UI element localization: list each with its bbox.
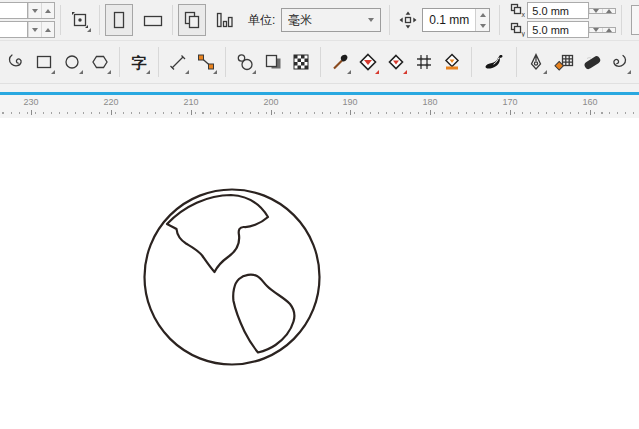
- table-tool[interactable]: [550, 46, 578, 78]
- separator: [99, 5, 100, 35]
- toolbox-bar: 字: [0, 41, 639, 84]
- object-height-field[interactable]: [0, 21, 28, 38]
- separator: [516, 47, 517, 77]
- pepper-tool[interactable]: [477, 46, 511, 78]
- svg-text:x: x: [522, 11, 526, 18]
- mesh-fill-tool[interactable]: [410, 46, 438, 78]
- ruler-label: 190: [342, 97, 357, 107]
- interactive-fill-icon: [386, 52, 406, 72]
- freehand-tool[interactable]: [2, 46, 30, 78]
- nudge-increment-button[interactable]: [476, 9, 489, 20]
- fill-diamond-icon: [358, 52, 378, 72]
- separator: [60, 5, 61, 35]
- separator: [471, 47, 472, 77]
- page-size-all-pages-button[interactable]: [178, 4, 206, 36]
- eraser-icon: [581, 52, 603, 72]
- ruler-label: 160: [582, 97, 597, 107]
- checkerboard-icon: [291, 52, 311, 72]
- width-decrement-button[interactable]: [28, 3, 41, 18]
- portrait-icon: [109, 10, 129, 30]
- line-icon: [168, 52, 188, 72]
- nudge-decrement-button[interactable]: [476, 20, 489, 31]
- dup-x-decrement-button[interactable]: [589, 9, 602, 13]
- rectangle-icon: [34, 52, 54, 72]
- nudge-distance-input[interactable]: 0.1 mm: [422, 8, 490, 32]
- dup-y-increment-button[interactable]: [602, 28, 615, 32]
- pen-tool[interactable]: [522, 46, 550, 78]
- ruler-minor-ticks: [0, 112, 639, 114]
- separator: [119, 47, 120, 77]
- freehand-curve-icon: [6, 52, 26, 72]
- cropped-edge-button[interactable]: [631, 5, 639, 35]
- ellipse-icon: [62, 52, 82, 72]
- eraser-tool[interactable]: [578, 46, 606, 78]
- curve-flyout-tool[interactable]: [606, 46, 634, 78]
- landscape-button[interactable]: [139, 4, 167, 36]
- contour-icon: [235, 52, 255, 72]
- ruler-label: 170: [502, 97, 517, 107]
- ruler-label: 230: [23, 97, 38, 107]
- separator: [320, 47, 321, 77]
- duplicate-x-input[interactable]: 5.0 mm: [527, 2, 589, 19]
- interactive-fill-tool[interactable]: [382, 46, 410, 78]
- ellipse-tool[interactable]: [58, 46, 86, 78]
- page-size-current-page-button[interactable]: [210, 4, 238, 36]
- drawing-canvas[interactable]: [0, 118, 639, 429]
- ruler-label: 210: [183, 97, 198, 107]
- separator: [158, 47, 159, 77]
- height-decrement-button[interactable]: [28, 22, 41, 37]
- all-pages-icon: [182, 10, 202, 30]
- globe-circle[interactable]: [145, 190, 320, 365]
- width-increment-button[interactable]: [41, 3, 54, 18]
- dup-x-increment-button[interactable]: [602, 9, 615, 13]
- ruler-label: 180: [422, 97, 437, 107]
- height-increment-button[interactable]: [41, 22, 54, 37]
- line-tool[interactable]: [164, 46, 192, 78]
- object-width-field[interactable]: [0, 2, 28, 19]
- drop-shadow-tool[interactable]: [259, 46, 287, 78]
- rectangle-tool[interactable]: [30, 46, 58, 78]
- curve-hook-icon: [610, 52, 630, 72]
- separator: [621, 5, 622, 35]
- polygon-icon: [90, 52, 110, 72]
- property-bar: 单位: 毫米 0.1 mm x 5.0 m: [0, 0, 639, 41]
- ruler-label: 220: [103, 97, 118, 107]
- fill-tool[interactable]: [354, 46, 382, 78]
- scale-factor-icon: [70, 10, 90, 30]
- smart-fill-icon: [442, 52, 462, 72]
- duplicate-y-input[interactable]: 5.0 mm: [527, 21, 589, 38]
- object-size-fields: [0, 2, 55, 38]
- scale-factor-button[interactable]: [66, 4, 94, 36]
- table-icon: [553, 52, 575, 72]
- pepper-icon: [483, 52, 505, 72]
- ruler-track[interactable]: 230 220 210 200 190 180 170 160: [0, 95, 639, 118]
- nudge-distance-icon: [398, 10, 418, 30]
- current-page-icon: [214, 10, 234, 30]
- text-tool-glyph: 字: [132, 55, 147, 70]
- text-tool[interactable]: 字: [125, 46, 153, 78]
- units-select[interactable]: 毫米: [281, 8, 381, 32]
- eyedropper-tool[interactable]: [326, 46, 354, 78]
- globe-drawing[interactable]: [138, 184, 328, 374]
- portrait-button[interactable]: [105, 4, 133, 36]
- polygon-tool[interactable]: [86, 46, 114, 78]
- contour-tool[interactable]: [231, 46, 259, 78]
- horizontal-ruler[interactable]: 230 220 210 200 190 180 170 160: [0, 84, 639, 118]
- app-window: 单位: 毫米 0.1 mm x 5.0 m: [0, 0, 639, 429]
- transparency-tool[interactable]: [287, 46, 315, 78]
- drop-shadow-icon: [263, 52, 283, 72]
- continent-north[interactable]: [167, 195, 268, 272]
- separator: [389, 5, 390, 35]
- smart-fill-tool[interactable]: [438, 46, 466, 78]
- bezier-tool[interactable]: [192, 46, 220, 78]
- duplicate-y-icon: y: [509, 22, 525, 37]
- ruler-label: 200: [263, 97, 278, 107]
- separator: [172, 5, 173, 35]
- continent-south[interactable]: [233, 275, 294, 353]
- duplicate-distance-fields: x 5.0 mm y 5.0 mm: [509, 2, 616, 38]
- dup-y-decrement-button[interactable]: [589, 28, 602, 32]
- duplicate-x-icon: x: [509, 3, 525, 18]
- pen-nib-icon: [526, 52, 546, 72]
- units-value: 毫米: [288, 12, 368, 29]
- chevron-down-icon: [368, 18, 374, 22]
